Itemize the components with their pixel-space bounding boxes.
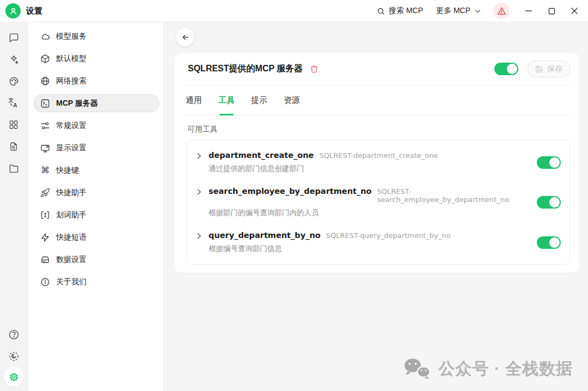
- sidebar-item-default-models[interactable]: 默认模型: [33, 47, 160, 70]
- tool-enabled-toggle[interactable]: [537, 236, 561, 249]
- tool-enabled-toggle[interactable]: [537, 156, 561, 169]
- watermark-text: 公众号 · 全栈数据: [438, 358, 573, 380]
- sidebar-item-about-us[interactable]: 关于我们: [33, 271, 160, 293]
- sidebar-item-label: 数据设置: [56, 255, 87, 265]
- text-select-icon: [40, 210, 50, 220]
- sidebar-item-label: 网络搜索: [56, 76, 87, 86]
- terminal-icon: [40, 99, 50, 108]
- command-icon: ⌘: [40, 166, 50, 175]
- search-mcp-label: 搜索 MCP: [389, 6, 423, 16]
- more-mcp-label: 更多 MCP: [436, 6, 470, 16]
- title-bar: 设置 搜索 MCP 更多 MCP: [0, 0, 588, 22]
- tool-description: 通过提供的部门信息创建部门: [209, 164, 537, 174]
- theme-icon[interactable]: [3, 345, 24, 367]
- tool-name: department_create_one: [209, 151, 314, 160]
- sidebar-item-label: 关于我们: [56, 277, 87, 287]
- search-mcp-button[interactable]: 搜索 MCP: [370, 3, 430, 19]
- tool-info: department_create_one SQLREST-department…: [209, 151, 537, 174]
- sidebar-item-label: 模型服务: [56, 32, 87, 41]
- sidebar-item-label: 显示设置: [56, 143, 87, 153]
- sidebar-item-general-settings[interactable]: 常规设置: [33, 114, 160, 137]
- chevron-down-icon: [474, 8, 481, 15]
- tool-id: SQLREST-search_employee_by_department_no: [377, 187, 537, 204]
- more-mcp-button[interactable]: 更多 MCP: [430, 3, 488, 19]
- sidebar-item-web-search[interactable]: 网络搜索: [33, 70, 160, 92]
- sidebar-item-quick-phrases[interactable]: 快捷短语: [33, 226, 160, 248]
- cloud-icon: [40, 32, 50, 41]
- svg-text:A: A: [13, 102, 17, 108]
- sidebar-item-selection-assistant[interactable]: 划词助手: [33, 204, 160, 226]
- apps-grid-icon[interactable]: [3, 114, 24, 136]
- chat-icon[interactable]: [3, 27, 24, 48]
- globe-icon: [40, 76, 50, 86]
- tool-id: SQLREST-department_create_one: [319, 151, 438, 160]
- settings-panel: 模型服务 默认模型 网络搜索: [27, 22, 588, 391]
- wechat-icon: [403, 357, 431, 380]
- tool-enabled-toggle[interactable]: [537, 196, 561, 209]
- tool-info: query_department_by_no SQLREST-query_dep…: [209, 231, 537, 254]
- search-icon: [377, 7, 385, 15]
- watermark: 公众号 · 全栈数据: [403, 357, 573, 380]
- sidebar-item-mcp-servers[interactable]: MCP 服务器: [33, 94, 160, 112]
- user-avatar-icon[interactable]: [5, 3, 21, 19]
- rocket-icon: [40, 188, 50, 198]
- tools-list: department_create_one SQLREST-department…: [186, 140, 570, 265]
- sidebar-item-display-settings[interactable]: 显示设置: [33, 137, 160, 159]
- server-card-header: SQLREST提供的MCP 服务器: [175, 53, 579, 85]
- sidebar-item-label: 快捷键: [56, 166, 79, 175]
- server-title: SQLREST提供的MCP 服务器: [188, 63, 303, 75]
- toggle-knob: [549, 237, 560, 248]
- sidebar-item-model-services[interactable]: 模型服务: [33, 25, 160, 47]
- tab-general[interactable]: 通用: [186, 85, 202, 115]
- left-icon-rail: 文 A: [0, 22, 27, 391]
- help-icon[interactable]: [3, 323, 24, 345]
- save-button-label: 保存: [547, 64, 562, 74]
- sparkles-icon[interactable]: [3, 48, 24, 70]
- tool-name: search_employee_by_department_no: [209, 187, 371, 196]
- package-icon: [40, 54, 50, 64]
- sidebar-item-quick-assistant[interactable]: 快捷助手: [33, 181, 160, 204]
- mcp-server-card: SQLREST提供的MCP 服务器: [175, 53, 579, 273]
- tool-info: search_employee_by_department_no SQLREST…: [209, 187, 537, 218]
- translate-icon[interactable]: 文 A: [3, 92, 24, 114]
- sidebar-item-label: 默认模型: [56, 54, 87, 64]
- maximize-button[interactable]: [540, 2, 563, 20]
- tools-tab-panel: 可用工具 department_create_one SQLREST-depar…: [175, 115, 579, 273]
- tab-prompts[interactable]: 提示: [251, 85, 267, 115]
- warning-icon[interactable]: [493, 3, 510, 19]
- back-button[interactable]: [176, 28, 194, 46]
- save-button[interactable]: 保存: [527, 60, 571, 77]
- folder-icon[interactable]: [3, 157, 24, 179]
- delete-server-button[interactable]: [310, 65, 318, 74]
- minimize-button[interactable]: [517, 2, 540, 20]
- server-enabled-toggle[interactable]: [494, 63, 518, 75]
- zap-icon: [40, 233, 50, 242]
- sidebar-item-label: MCP 服务器: [56, 99, 98, 108]
- settings-sidebar: 模型服务 默认模型 网络搜索: [28, 22, 164, 391]
- chevron-right-icon[interactable]: [195, 233, 203, 240]
- tab-tools[interactable]: 工具: [218, 85, 235, 115]
- tab-resources[interactable]: 资源: [284, 85, 300, 115]
- tool-description: 根据编号查询部门信息: [209, 244, 537, 254]
- palette-icon[interactable]: [3, 70, 24, 92]
- toggle-knob: [507, 64, 517, 74]
- save-icon: [535, 65, 543, 73]
- server-tabs: 通用 工具 提示 资源: [186, 85, 570, 115]
- sidebar-item-data-settings[interactable]: 数据设置: [33, 248, 160, 271]
- tool-description: 根据部门的编号查询部门内的人员: [209, 208, 537, 218]
- settings-gear-icon[interactable]: [4, 367, 23, 387]
- chevron-right-icon[interactable]: [195, 152, 203, 160]
- sidebar-item-label: 划词助手: [56, 210, 87, 220]
- storage-icon: [40, 255, 50, 265]
- file-search-icon[interactable]: [3, 136, 24, 157]
- tool-row-search-employee-by-department-no: search_employee_by_department_no SQLREST…: [187, 180, 569, 224]
- toggle-knob: [549, 197, 560, 207]
- sidebar-item-shortcuts[interactable]: ⌘ 快捷键: [33, 159, 160, 181]
- tool-row-query-department-by-no: query_department_by_no SQLREST-query_dep…: [187, 224, 569, 260]
- sliders-icon: [40, 121, 50, 131]
- chevron-right-icon[interactable]: [195, 188, 203, 196]
- close-button[interactable]: [563, 2, 586, 20]
- page-title: 设置: [26, 6, 42, 16]
- tool-name: query_department_by_no: [209, 231, 321, 240]
- sidebar-item-label: 快捷助手: [56, 188, 87, 198]
